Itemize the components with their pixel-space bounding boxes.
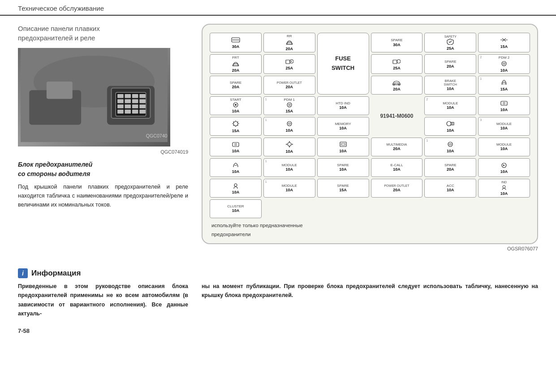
svg-rect-10 <box>139 94 146 98</box>
car-interior-svg: QGC074019 <box>21 48 168 144</box>
fuse-amp: 25A <box>447 46 454 51</box>
fuse-icon <box>285 39 293 46</box>
fuse-icon <box>500 60 508 68</box>
svg-rect-14 <box>139 99 146 103</box>
fuse-label: MODULE <box>282 184 297 188</box>
fuse-amp: 10A <box>339 149 347 153</box>
fuse-label: SPARE <box>444 60 457 64</box>
fuse-cell: 2 PDM 2 10A <box>478 54 530 74</box>
fuse-cell: 10A <box>263 138 315 156</box>
photo-caption: QGC074019 <box>18 149 188 155</box>
svg-rect-9 <box>132 94 138 98</box>
photo-box: QGC074019 <box>18 48 170 146</box>
fuse-label: SAFETY <box>444 35 457 39</box>
fuse-label: SPARE <box>391 39 403 43</box>
fuse-cell: 25A <box>371 54 423 74</box>
fuse-cell: 1 MODULE 10A <box>263 158 315 177</box>
svg-point-36 <box>502 61 506 66</box>
fuse-amp: 30A <box>232 44 240 49</box>
svg-point-35 <box>397 60 401 63</box>
fuse-icon <box>232 182 240 190</box>
fuse-amp: 10A <box>285 128 293 133</box>
fuse-icon <box>500 162 508 169</box>
fuse-amp: 10A <box>285 188 293 192</box>
info-header: i Информация <box>18 268 188 278</box>
diagram-caption: OGSR076077 <box>202 246 538 251</box>
fuse-grid: 30A RR 20A FUSESWITCH SPARE 30A <box>210 33 530 218</box>
fuse-icon <box>500 100 508 107</box>
fuse-amp: 10A <box>447 188 454 192</box>
fuse-amp: 10A <box>447 105 454 110</box>
svg-rect-22 <box>139 110 146 114</box>
fuse-cell: HTD IND 10A <box>317 96 369 115</box>
fuse-cell: SAFETY 25A <box>424 33 476 52</box>
fuse-amp: 10A <box>447 128 454 133</box>
fuse-label: SPARE <box>337 164 349 168</box>
fuse-icon <box>500 185 508 191</box>
fuse-label: MODULE <box>496 143 512 147</box>
fuse-cell: 3 MODULE 10A <box>478 117 530 136</box>
fuse-cell: 10A <box>424 117 476 136</box>
info-title: Информация <box>31 269 81 278</box>
fuse-cell: 25A <box>263 54 315 74</box>
fuse-amp: 20A <box>447 167 454 172</box>
fuse-cell: MULTIMEDIA 20A <box>371 138 423 156</box>
fuse-cell: ACC 10A <box>424 179 476 198</box>
main-content: Описание панели плавкихпредохранителей и… <box>0 24 556 251</box>
svg-rect-61 <box>233 142 239 146</box>
fuse-amp: 15A <box>500 44 508 49</box>
fuse-cell: 1 10A <box>263 117 315 136</box>
svg-point-64 <box>288 142 291 146</box>
fuse-amp: 10A <box>285 167 293 172</box>
fuse-switch: FUSESWITCH <box>317 33 369 95</box>
fuse-cell: 10A <box>210 179 262 198</box>
svg-line-53 <box>233 122 234 123</box>
fuse-icon <box>232 141 240 148</box>
svg-line-56 <box>233 125 234 126</box>
svg-rect-20 <box>125 110 131 114</box>
fuse-cell: POWER OUTLET 20A <box>263 76 315 95</box>
svg-rect-45 <box>501 101 507 105</box>
fuse-cell: E-CALL 10A <box>371 158 423 177</box>
fuse-cell: SPARE 15A <box>317 179 369 198</box>
page-number: 7-58 <box>0 323 556 339</box>
fuse-amp: 10A <box>500 146 508 151</box>
svg-point-74 <box>234 184 237 186</box>
fuse-label: POWER OUTLET <box>277 81 302 85</box>
fuse-amp: 10A <box>232 208 240 213</box>
photo-interior: QGC074019 <box>18 48 170 146</box>
svg-point-75 <box>503 185 505 188</box>
fuse-icon <box>339 141 347 148</box>
fuse-amp: 10A <box>232 190 240 194</box>
fuse-cell: 10A <box>317 138 369 156</box>
fuse-amp: 10A <box>232 169 240 174</box>
fuse-amp: 20A <box>447 64 454 69</box>
fuse-cell: POWER OUTLET 20A <box>371 179 423 198</box>
fuse-label: MODULE <box>443 102 458 106</box>
fuse-amp: 10A <box>232 149 240 153</box>
svg-rect-7 <box>117 94 124 98</box>
svg-line-55 <box>237 122 238 123</box>
fuse-label: MULTIMEDIA <box>387 143 407 146</box>
fuse-amp: 20A <box>393 188 401 192</box>
fuse-cell: SPARE 20A <box>424 158 476 177</box>
svg-rect-21 <box>132 110 138 114</box>
fuse-icon <box>232 162 240 169</box>
fuse-label: MEMORY <box>335 122 351 126</box>
fuse-num: 1 <box>265 118 267 121</box>
fuse-icon <box>285 58 293 65</box>
svg-point-37 <box>503 63 505 65</box>
fuse-icon <box>231 37 240 44</box>
fuse-amp: 15A <box>232 129 240 133</box>
fuse-amp: 10A <box>500 68 508 73</box>
fuse-label: PDM 2 <box>499 56 509 60</box>
fuse-num: 1 <box>480 77 482 80</box>
fuse-num: 2 <box>426 98 428 101</box>
fuse-cell: MEMORY 10A <box>317 117 369 136</box>
fuse-label: START <box>230 98 241 102</box>
fuse-amp: 20A <box>285 47 293 51</box>
svg-rect-32 <box>286 60 290 64</box>
svg-rect-19 <box>117 110 124 114</box>
fuse-label: MODULE <box>496 122 512 126</box>
svg-text:QGC074019: QGC074019 <box>146 133 168 138</box>
